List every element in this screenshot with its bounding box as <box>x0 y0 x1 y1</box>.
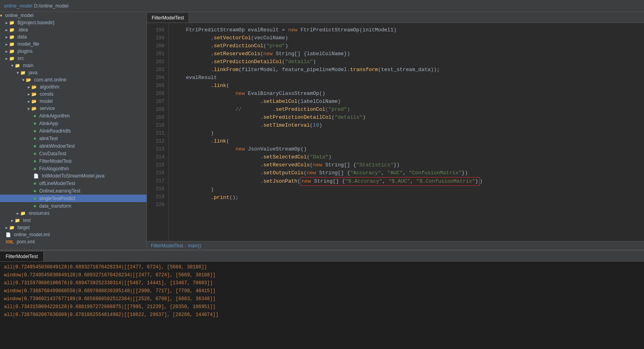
tree-item-target[interactable]: ▸ 📁target <box>0 224 147 231</box>
tree-label-offLineModelTest: offLineModelTest <box>39 181 75 186</box>
output-content: all|0.7249545030849128|0.689327167042823… <box>0 262 644 349</box>
output-line-3: window|0.7366768499660556|0.689760883939… <box>4 287 640 295</box>
tree-label-main: main <box>23 63 33 68</box>
output-tabs: FilterModelTest <box>0 251 644 262</box>
code-line-219: ) <box>174 186 644 194</box>
code-line-216: .setReservedCols(new String[] {"Statisti… <box>174 161 644 169</box>
editor-area: FilterModelTest 198199200201202203204205… <box>147 12 644 250</box>
output-line-4: window|0.7396921437677189|0.685606050251… <box>4 295 640 303</box>
tree-label-target: target <box>17 225 30 230</box>
tree-label-FilterModelTest: FilterModelTest <box>39 158 71 164</box>
tree-label-data_transform: data_transform <box>39 203 71 209</box>
tree-item-plugins[interactable]: ▸ 📁plugins <box>0 48 147 55</box>
tree-item-model_file[interactable]: ▸ 📁model_file <box>0 40 147 48</box>
tree-item-AlinkAlgorithm[interactable]: ●AlinkAlgorithm <box>0 112 147 120</box>
tree-item-data[interactable]: ▸ 📁data <box>0 33 147 40</box>
line-number-207: 207 <box>147 98 164 106</box>
code-line-212: ) <box>174 129 644 137</box>
tree-item-alinkTest[interactable]: ●alinkTest <box>0 135 147 142</box>
line-number-199: 199 <box>147 34 164 42</box>
tree-item-project-root[interactable]: ▾ online_model <box>0 12 147 19</box>
tab-filtermodeltest[interactable]: FilterModelTest <box>147 13 189 23</box>
code-line-217: .setOutputCols(new String[] {"Accuracy",… <box>174 169 644 177</box>
tree-item-FilterModelTest[interactable]: ●FilterModelTest <box>0 157 147 165</box>
code-line-201: .setReservedCols(new String[] {labelColN… <box>174 50 644 58</box>
code-line-206: .link( <box>174 82 644 90</box>
line-number-211: 211 <box>147 129 164 137</box>
tree-item-AlinkApp[interactable]: ●AlinkApp <box>0 120 147 127</box>
tree-label-service: service <box>40 106 55 111</box>
line-number-203: 203 <box>147 66 164 74</box>
code-line-208: .setLabelCol(labelColName) <box>174 98 644 106</box>
tree-item-FmAlogorithm[interactable]: ●FmAlogorithm <box>0 165 147 172</box>
tree-item-offLineModelTest[interactable]: ●offLineModelTest <box>0 179 147 187</box>
tree-label-FmAlogorithm: FmAlogorithm <box>39 166 69 172</box>
file-tree[interactable]: ▾ online_model▸ 📁${project.basedir}▸ 📁.i… <box>0 12 147 250</box>
tree-label-alinkWindowTest: alinkWindowTest <box>39 143 75 149</box>
output-line-5: all|0.7343150094228128|0.688199727260887… <box>4 303 640 311</box>
tree-item-service[interactable]: ▸ 📂service <box>0 105 147 112</box>
line-number-209: 209 <box>147 114 164 121</box>
line-number-208: 208 <box>147 106 164 114</box>
tree-item-test[interactable]: ▸ 📁test <box>0 217 147 224</box>
line-number-215: 215 <box>147 161 164 169</box>
code-line-210: .setPredictionDetailCol("details") <box>174 114 644 121</box>
tree-item-com-amt-online[interactable]: ▾ 📂com.amt.online <box>0 76 147 83</box>
code-line-198: FtrlPredictStreamOp evalResult = new Ftr… <box>174 26 644 34</box>
code-container[interactable]: 1981992002012022032042052062072082092102… <box>147 23 644 241</box>
tree-item-pom_xml[interactable]: XMLpom.xml <box>0 238 147 245</box>
output-tab-filtermodeltest[interactable]: FilterModelTest <box>0 252 44 261</box>
tree-item-data_transform[interactable]: ●data_transform <box>0 202 147 210</box>
tree-item-OnlineLearningTest[interactable]: ●OnlineLearningTest <box>0 187 147 195</box>
tree-label-consts: consts <box>40 91 54 97</box>
output-line-0: all|0.7249545030849128|0.689327167042823… <box>4 263 640 271</box>
code-line-214: new JsonValueStreamOp() <box>174 145 644 153</box>
tree-label-idea: .idea <box>17 27 28 33</box>
tree-label-singleTestPredict: singleTestPredict <box>39 196 75 201</box>
line-number-201: 201 <box>147 50 164 58</box>
tree-label-data: data <box>17 34 27 40</box>
line-number-217: 217 <box>147 177 164 185</box>
tree-item-resources[interactable]: ▸ 📁resources <box>0 210 147 217</box>
tree-label-resources: resources <box>29 210 50 216</box>
code-line-218: .setJsonPath(new String[] {"$.Accuracy",… <box>174 177 644 186</box>
project-name: online_model <box>4 3 32 9</box>
line-number-202: 202 <box>147 58 164 66</box>
tree-label-plugins: plugins <box>17 48 33 54</box>
tree-item-src[interactable]: ▸ 📁src <box>0 55 147 62</box>
project-path: D:/online_model <box>34 3 68 9</box>
tree-item-online_model_iml[interactable]: 📄online_model.iml <box>0 231 147 238</box>
tree-item-java[interactable]: ▾ 📁java <box>0 69 147 76</box>
tree-item-main[interactable]: ▾ 📁main <box>0 62 147 69</box>
line-number-204: 204 <box>147 74 164 82</box>
title-bar: online_model D:/online_model <box>0 0 644 12</box>
breadcrumb-method: main() <box>188 243 201 249</box>
line-number-206: 206 <box>147 90 164 98</box>
code-line-207: new EvalBinaryClassStreamOp() <box>174 90 644 98</box>
editor-tabs: FilterModelTest <box>147 12 644 23</box>
tree-item-InitModelToStreamModel[interactable]: 📄InitModelToStreamModel.java <box>0 172 147 179</box>
tree-item-singleTestPredict[interactable]: ●singleTestPredict <box>0 195 147 202</box>
line-number-210: 210 <box>147 121 164 129</box>
tree-item-algorithm[interactable]: ▸ 📂algorithm <box>0 83 147 91</box>
tree-label-alinkTest: alinkTest <box>39 136 58 141</box>
breadcrumb-separator: › <box>185 243 186 249</box>
line-number-212: 212 <box>147 137 164 145</box>
code-editor[interactable]: FtrlPredictStreamOp evalResult = new Ftr… <box>169 23 644 241</box>
tree-item-AlinkReadHdfs[interactable]: ●AlinkReadHdfs <box>0 127 147 135</box>
line-number-216: 216 <box>147 169 164 177</box>
code-line-215: .setSelectedCol("Data") <box>174 153 644 161</box>
tree-item-project-basedir[interactable]: ▸ 📁${project.basedir} <box>0 19 147 26</box>
tree-label-src: src <box>17 56 24 61</box>
output-line-2: all|0.7315970686106676|0.689473925233031… <box>4 279 640 287</box>
tree-label-java: java <box>29 70 37 75</box>
tree-item-idea[interactable]: ▸ 📁.idea <box>0 26 147 33</box>
tree-item-CsvDataTest[interactable]: ●CsvDataTest <box>0 150 147 157</box>
tree-label-AlinkApp: AlinkApp <box>39 121 58 126</box>
tree-label-com-amt-online: com.amt.online <box>34 77 66 83</box>
tree-item-model[interactable]: ▸ 📂model <box>0 98 147 105</box>
tree-item-alinkWindowTest[interactable]: ●alinkWindowTest <box>0 142 147 150</box>
tree-label-AlinkAlgorithm: AlinkAlgorithm <box>39 113 70 119</box>
tree-item-consts[interactable]: ▸ 📂consts <box>0 91 147 98</box>
code-line-213: .link( <box>174 137 644 145</box>
